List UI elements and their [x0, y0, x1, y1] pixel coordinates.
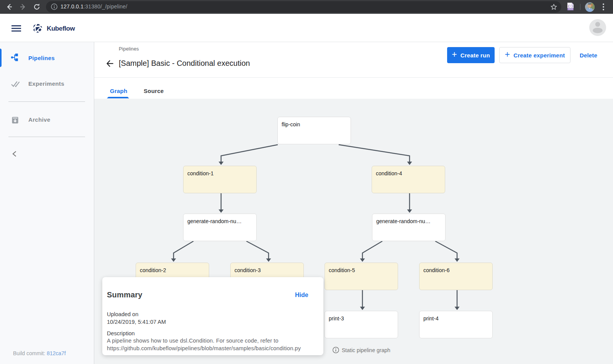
svg-text:{:}: {:}: [568, 5, 573, 8]
svg-text:JSON: JSON: [568, 8, 573, 10]
